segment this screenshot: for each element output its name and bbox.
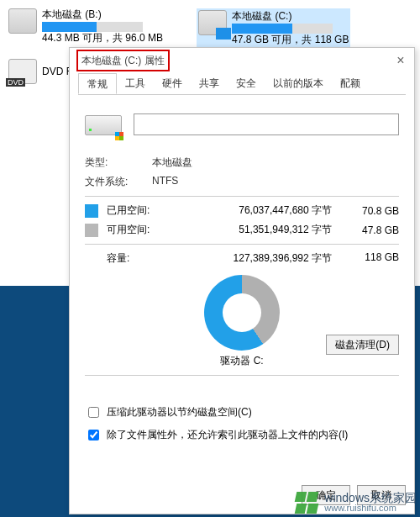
tab-hardware[interactable]: 硬件 — [154, 73, 191, 94]
usage-donut — [204, 275, 280, 351]
disk-cleanup-button[interactable]: 磁盘清理(D) — [326, 335, 399, 355]
index-checkbox-row[interactable]: 除了文件属性外，还允许索引此驱动器上文件的内容(I) — [85, 427, 399, 443]
watermark: windows系统家园 www.ruishifu.com — [296, 492, 417, 514]
drive-c-bar — [232, 24, 333, 34]
capacity-bytes: 127,389,396,992 字节 — [165, 251, 349, 266]
drive-c-name: 本地磁盘 (C:) — [232, 10, 349, 22]
compress-checkbox-row[interactable]: 压缩此驱动器以节约磁盘空间(C) — [85, 404, 399, 420]
free-label: 可用空间: — [107, 223, 167, 237]
dvd-tag: DVD — [6, 78, 25, 87]
capacity-human: 118 GB — [349, 251, 399, 266]
properties-dialog: 本地磁盘 (C:) 属性 × 常规 工具 硬件 共享 安全 以前的版本 配额 类… — [69, 47, 415, 514]
watermark-title: windows系统家园 — [324, 493, 417, 503]
tab-previous[interactable]: 以前的版本 — [265, 73, 332, 94]
capacity-label: 容量: — [85, 251, 165, 266]
compress-checkbox[interactable] — [88, 407, 99, 418]
compress-label: 压缩此驱动器以节约磁盘空间(C) — [107, 405, 252, 419]
drive-label-input[interactable] — [134, 113, 399, 135]
type-value: 本地磁盘 — [152, 156, 192, 170]
type-label: 类型: — [85, 156, 152, 170]
drive-icon — [198, 10, 227, 35]
fs-value: NTFS — [152, 175, 178, 189]
tab-general[interactable]: 常规 — [78, 73, 117, 94]
drive-c-info: 47.8 GB 可用，共 118 GB — [232, 34, 349, 45]
used-human: 70.8 GB — [349, 205, 399, 217]
disk-icon — [85, 110, 122, 139]
drive-b-bar — [42, 22, 143, 32]
tab-tools[interactable]: 工具 — [117, 73, 154, 94]
used-bytes: 76,037,447,680 字节 — [167, 203, 349, 218]
drives-area: 本地磁盘 (B:) 44.3 MB 可用，共 96.0 MB 本地磁盘 (C:)… — [0, 0, 420, 47]
drive-b-name: 本地磁盘 (B:) — [42, 8, 163, 20]
drive-icon — [8, 8, 37, 34]
free-human: 47.8 GB — [349, 224, 399, 236]
drive-c[interactable]: 本地磁盘 (C:) 47.8 GB 可用，共 118 GB — [197, 8, 350, 47]
drive-b-info: 44.3 MB 可用，共 96.0 MB — [42, 32, 163, 44]
dialog-title: 本地磁盘 (C:) 属性 — [76, 50, 170, 71]
index-label: 除了文件属性外，还允许索引此驱动器上文件的内容(I) — [107, 428, 348, 442]
used-swatch — [85, 204, 98, 218]
drive-b[interactable]: 本地磁盘 (B:) 44.3 MB 可用，共 96.0 MB — [8, 8, 163, 47]
drive-label: 驱动器 C: — [220, 354, 263, 368]
dialog-titlebar[interactable]: 本地磁盘 (C:) 属性 — [70, 48, 414, 73]
close-icon[interactable]: × — [392, 53, 409, 70]
tab-quota[interactable]: 配额 — [332, 73, 369, 94]
tab-security[interactable]: 安全 — [228, 73, 265, 94]
tab-sharing[interactable]: 共享 — [191, 73, 228, 94]
used-label: 已用空间: — [107, 203, 167, 218]
fs-label: 文件系统: — [85, 175, 152, 189]
index-checkbox[interactable] — [88, 430, 99, 441]
free-bytes: 51,351,949,312 字节 — [167, 223, 349, 237]
free-swatch — [85, 224, 98, 237]
tabs: 常规 工具 硬件 共享 安全 以前的版本 配额 — [78, 73, 406, 95]
tab-content: 类型: 本地磁盘 文件系统: NTFS 已用空间: 76,037,447,680… — [70, 95, 414, 456]
dvd-icon: DVD — [8, 59, 37, 84]
